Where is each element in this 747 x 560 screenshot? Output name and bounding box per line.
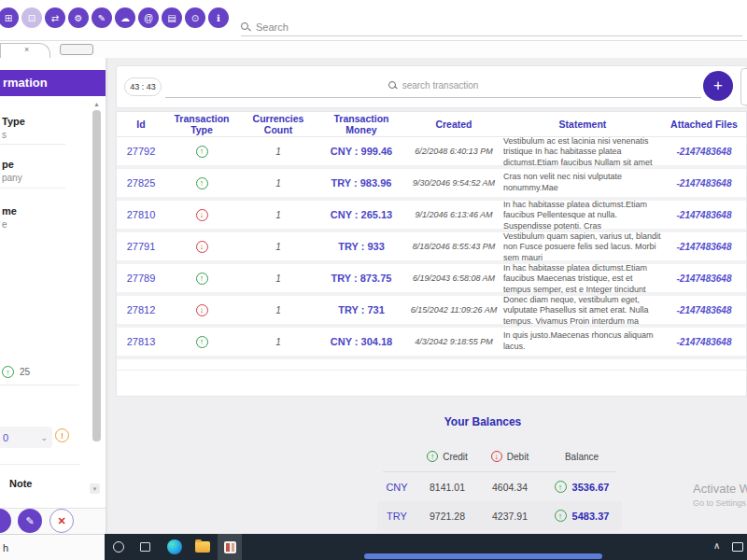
transactions-table: Id Transaction Type Currencies Count Tra… (116, 111, 747, 397)
col-header-currencies-count[interactable]: Currencies Count (238, 113, 318, 135)
table-row[interactable]: 27791↓1TRY : 9338/18/2046 8:55:43 PMVest… (117, 232, 746, 264)
table-header-row: Id Transaction Type Currencies Count Tra… (117, 112, 746, 137)
activate-windows-watermark: Activate W Go to Settings (693, 482, 747, 508)
divider (0, 385, 79, 385)
cell-transaction-money: CNY : 304.18 (318, 336, 404, 347)
cell-transaction-type: ↑ (165, 146, 238, 158)
cell-created: 6/2/2048 6:40:13 PM (404, 147, 503, 156)
credit-icon: ↑ (555, 510, 567, 522)
archive-button[interactable]: ▤ (162, 7, 182, 28)
power-button[interactable]: ⊙ (185, 7, 205, 28)
task-view-icon[interactable] (140, 542, 150, 552)
file-explorer-icon[interactable] (195, 541, 210, 553)
sign-button[interactable]: ✎ (18, 509, 42, 533)
cell-transaction-money: CNY : 265.13 (318, 209, 404, 220)
statement-text: Vestibulum quam sapien, varius ut, bland… (503, 231, 662, 262)
credit-icon: ↑ (196, 177, 208, 189)
cell-currencies-count: 1 (238, 210, 318, 220)
cell-transaction-money: TRY : 873.75 (318, 273, 404, 284)
cell-id: 27813 (117, 336, 165, 347)
tray-monitor-icon[interactable] (732, 542, 743, 552)
scrollbar-up-icon[interactable]: ▲ (93, 101, 100, 107)
users-button[interactable]: ⊞ (0, 7, 19, 28)
balances-rows: CNY8141.014604.34↑3536.67TRY9721.284237.… (377, 472, 622, 530)
col-header-transaction-type[interactable]: Transaction Type (165, 113, 238, 135)
cell-attached-files: -2147483648 (662, 178, 746, 189)
app-window: ⊞⊡⇄⚙✎☁@▤⊙ℹ Search × rmation ▲ Type s pe … (0, 0, 747, 560)
new-tab-button[interactable] (60, 44, 93, 55)
col-header-transaction-money[interactable]: Transaction Money (318, 113, 404, 135)
mentions-button[interactable]: @ (138, 7, 159, 28)
field-value-pe: pany (2, 173, 22, 183)
balance-debit: 4604.34 (478, 482, 542, 493)
info-button[interactable]: ℹ (208, 7, 229, 28)
note-expand-icon[interactable]: ▾ (90, 483, 100, 494)
app-icon (224, 541, 236, 553)
statement-text: Donec diam neque, vestibulum eget, vulpu… (503, 295, 662, 326)
cell-transaction-type: ↑ (165, 273, 238, 285)
divider (0, 188, 65, 189)
cell-created: 6/15/2042 11:09:26 AM (404, 305, 503, 315)
global-search-input[interactable]: Search (241, 19, 742, 36)
sidebar-action-bar: ✎ ✕ (0, 508, 106, 534)
add-transaction-button[interactable]: + (703, 71, 733, 101)
transfers-button[interactable]: ⇄ (45, 7, 65, 28)
table-row[interactable]: 27813↑1CNY : 304.184/3/2042 9:18:55 PMIn… (117, 328, 746, 359)
amount-select[interactable]: 0 ⌄ (0, 427, 52, 448)
active-tab[interactable]: × (0, 43, 50, 58)
balance-row[interactable]: TRY9721.284237.91↑5483.37 (377, 501, 622, 530)
settings-button[interactable]: ⚙ (68, 7, 89, 28)
tray-chevron-up-icon[interactable]: ∧ (713, 540, 720, 551)
cell-statement: Vestibulum quam sapien, varius ut, bland… (503, 231, 662, 262)
cell-transaction-money: TRY : 731 (318, 304, 404, 315)
global-search-placeholder: Search (256, 21, 289, 33)
transaction-search-input[interactable]: search transaction (165, 74, 701, 98)
cell-transaction-type: ↓ (165, 209, 238, 221)
cancel-button[interactable]: ✕ (49, 509, 74, 533)
field-value-type: s (2, 130, 7, 140)
cell-created: 8/18/2046 8:55:43 PM (404, 242, 503, 251)
cell-statement: In hac habitasse platea dictumst.Etiam f… (503, 200, 662, 231)
cell-attached-files: -2147483648 (662, 210, 746, 220)
field-label-type: Type (2, 116, 25, 127)
col-header-created[interactable]: Created (404, 119, 503, 130)
balance-total: ↑3536.67 (542, 481, 622, 493)
cell-currencies-count: 1 (238, 178, 318, 189)
edge-browser-icon[interactable] (167, 539, 182, 554)
cell-currencies-count: 1 (238, 147, 318, 157)
table-row[interactable]: 27812↓1TRY : 7316/15/2042 11:09:26 AMDon… (117, 296, 746, 328)
cell-currencies-count: 1 (238, 337, 318, 347)
cell-created: 4/3/2042 9:18:55 PM (404, 337, 503, 346)
search-icon (388, 81, 398, 91)
side-panel-button[interactable] (740, 68, 747, 105)
col-header-id[interactable]: Id (117, 119, 165, 130)
cell-id: 27812 (117, 304, 165, 315)
count-value: 25 (20, 367, 30, 377)
balance-row[interactable]: CNY8141.014604.34↑3536.67 (377, 472, 622, 501)
col-header-statement[interactable]: Statement (503, 119, 662, 130)
save-button[interactable] (0, 509, 11, 533)
top-toolbar: ⊞⊡⇄⚙✎☁@▤⊙ℹ Search (0, 0, 747, 41)
statement-text: In quis justo.Maecenas rhoncus aliquam l… (503, 330, 662, 352)
cell-transaction-money: TRY : 933 (318, 241, 404, 252)
edit-user-button[interactable]: ✎ (92, 7, 112, 28)
cell-statement: In hac habitasse platea dictumst.Etiam f… (503, 263, 662, 294)
taskbar-search-box[interactable]: h (0, 534, 105, 560)
tab-close-icon[interactable]: × (24, 45, 29, 54)
chevron-down-icon: ⌄ (40, 433, 48, 442)
debit-label: Debit (507, 452, 529, 462)
credit-icon: ↑ (196, 336, 208, 348)
sidebar-scrollbar[interactable] (92, 110, 101, 441)
table-row[interactable]: 27810↓1CNY : 265.139/1/2046 6:13:46 AMIn… (117, 201, 746, 232)
table-row[interactable]: 27792↑1CNY : 999.466/2/2048 6:40:13 PMVe… (117, 137, 746, 169)
statement-text: In hac habitasse platea dictumst.Etiam f… (503, 263, 662, 294)
profile-button[interactable]: ⊡ (21, 7, 42, 28)
table-row[interactable]: 27825↑1TRY : 983.969/30/2046 9:54:52 AMC… (117, 169, 746, 201)
cloud-upload-button[interactable]: ☁ (115, 7, 135, 28)
col-header-attached-files[interactable]: Attached Files (662, 119, 746, 130)
balance-value: 3536.67 (572, 482, 610, 493)
active-app-icon[interactable] (218, 534, 242, 560)
cortana-icon[interactable] (113, 541, 124, 553)
cell-attached-files: -2147483648 (662, 147, 746, 157)
table-row[interactable]: 27789↑1TRY : 873.756/19/2043 6:58:08 AMI… (117, 264, 746, 296)
